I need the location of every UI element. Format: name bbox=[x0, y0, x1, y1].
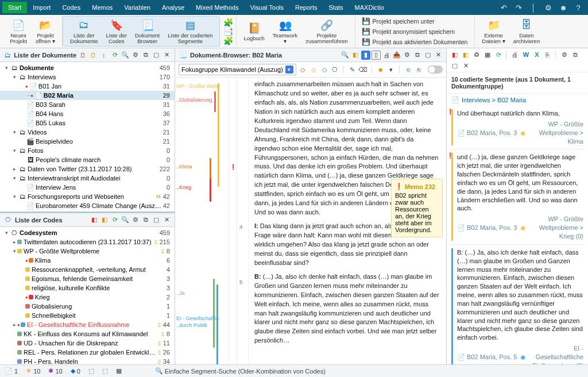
redo-icon[interactable]: ↷ bbox=[513, 2, 524, 13]
rt-window[interactable]: ⧉ bbox=[571, 50, 580, 59]
segment-code[interactable]: ◉WP - Größte Weltprobleme > Klima bbox=[520, 120, 583, 146]
code-node[interactable]: Globalisierung 1 bbox=[0, 302, 175, 311]
code-node[interactable]: ▸ ● EI - Gesellschaftliche Einflussnahme… bbox=[0, 320, 175, 329]
ct-2[interactable]: ◇ bbox=[309, 65, 318, 74]
print-icon[interactable]: 🖨 bbox=[382, 51, 391, 60]
doc-node[interactable]: 📄 Webseite Bundeszentrale für politische… bbox=[0, 210, 175, 211]
ribbon-projekt-anonymisiert-speichern[interactable]: 💾Projekt anonymisiert speichern bbox=[359, 26, 459, 37]
ribbon-mini-icon[interactable]: 📑 bbox=[223, 27, 233, 36]
undo-icon[interactable]: ↶ bbox=[498, 2, 509, 13]
doc-node[interactable]: ▾ 🗂 Dokumente 459 bbox=[0, 63, 175, 72]
ct-10[interactable]: ⎋ bbox=[415, 65, 423, 74]
segments-list[interactable]: ❗ Und überhaupt natürlich dann Klima, 📄B… bbox=[447, 106, 588, 364]
segment-code[interactable]: ◉WP - Größte Weltprobleme > Krieg (0) bbox=[520, 215, 583, 241]
ribbon-neues[interactable]: 📄Neues Projekt bbox=[6, 17, 31, 46]
doc-node[interactable]: ▾ 🗂 Fotos 0 bbox=[0, 146, 175, 155]
ct-9[interactable]: ⎋ bbox=[404, 65, 413, 74]
menu-tab-visual tools[interactable]: Visual Tools bbox=[245, 2, 289, 13]
expand-icon[interactable]: ▾ bbox=[11, 194, 17, 199]
memo-popup[interactable]: ❗Memo 232 B02 spricht zwar auch Ressourc… bbox=[391, 179, 443, 237]
ribbon-externe[interactable]: 📁Externe Dateien ▾ bbox=[478, 17, 508, 46]
doc-node[interactable]: 📄 B03 Sarah 31 bbox=[0, 100, 175, 109]
strip-label[interactable]: EI - Gesellschaftlic bbox=[176, 316, 219, 321]
rt-html[interactable]: ⎘ bbox=[543, 50, 552, 59]
strip-label[interactable]: ..Krieg bbox=[176, 184, 191, 190]
menu-tab-import[interactable]: Import bbox=[27, 2, 56, 13]
menu-tab-maxdictio[interactable]: MAXDictio bbox=[349, 2, 390, 13]
export-icon[interactable]: 📤 bbox=[392, 51, 401, 60]
strip-bar[interactable] bbox=[210, 179, 211, 202]
strip-bar[interactable] bbox=[213, 279, 215, 348]
code-node[interactable]: religiöse, kulturelle Konflikte 3 bbox=[0, 283, 175, 293]
ribbon-projekte[interactable]: 🔗Projekte zusammenführen bbox=[302, 17, 351, 46]
toggle1-icon[interactable]: ▮ bbox=[361, 51, 370, 60]
memo-icon[interactable]: ▯ bbox=[158, 340, 161, 346]
ct-4[interactable]: ⎔ bbox=[331, 65, 339, 74]
refresh-icon[interactable]: ⟳ bbox=[110, 51, 119, 60]
strip-label[interactable]: ..Globalisierung bbox=[176, 97, 212, 103]
segment-source[interactable]: 📄B02 Maria, Pos. 3 bbox=[457, 215, 517, 241]
close-icon[interactable]: ✕ bbox=[434, 51, 443, 60]
doc-tool-1[interactable]: 🗋 bbox=[79, 51, 87, 60]
expand-icon[interactable]: ▾ bbox=[3, 230, 9, 236]
search-icon[interactable]: 🔍 bbox=[121, 216, 130, 225]
ribbon-projekt[interactable]: 📂Projekt öffnen ▾ bbox=[32, 17, 59, 46]
doc-node[interactable]: ▸ 🗂 Daten von Twitter (23.11.2017 10:28)… bbox=[0, 164, 175, 174]
rt-close[interactable]: ✕ bbox=[461, 61, 470, 70]
expand-icon[interactable]: ▸ bbox=[11, 239, 17, 245]
doc-tool-3[interactable]: ↕ bbox=[100, 51, 108, 60]
ribbon-mini-icon[interactable]: 🧩 bbox=[223, 36, 233, 45]
menu-tab-memos[interactable]: Memos bbox=[86, 2, 118, 13]
ribbon-dokument[interactable]: 📃Dokument Browser bbox=[131, 17, 163, 46]
rt-5[interactable]: ⟳ bbox=[494, 50, 503, 59]
expand-icon[interactable]: ▾ bbox=[11, 248, 17, 254]
rt-word[interactable]: W bbox=[521, 50, 531, 59]
refresh-icon[interactable]: ⟳ bbox=[110, 216, 119, 225]
ribbon-daten[interactable]: 🗄Daten archivieren bbox=[510, 17, 543, 46]
rt-1[interactable]: ◧ bbox=[450, 50, 459, 59]
doc-node[interactable]: 📄 Interview Jens 0 bbox=[0, 183, 175, 192]
strip-label[interactable]: ..Klima bbox=[176, 164, 192, 170]
close-icon[interactable]: ✕ bbox=[162, 216, 171, 225]
expand-icon[interactable]: ▾ bbox=[11, 175, 17, 181]
doc-node[interactable]: 📄 B04 Hans 36 bbox=[0, 109, 175, 118]
smiley-icon[interactable]: ☻ bbox=[558, 2, 568, 13]
ribbon-projekt-speichern-unter[interactable]: 💾Projekt speichern unter bbox=[359, 16, 438, 26]
memo-marker-icon[interactable]: ❗ bbox=[230, 164, 237, 170]
ribbon-liste-der-codierten[interactable]: ▤Liste der codierten Segmente bbox=[164, 17, 216, 46]
memo-icon[interactable]: ▯ bbox=[158, 349, 161, 355]
rt-max[interactable]: ▢ bbox=[450, 61, 459, 70]
menu-tab-reports[interactable]: Reports bbox=[289, 2, 323, 13]
code-node[interactable]: Schnelllebigkeit 1 bbox=[0, 311, 175, 320]
search-icon[interactable]: 🔍 bbox=[341, 51, 350, 60]
doc-node[interactable]: 🖼 People's climate march 0 bbox=[0, 155, 175, 164]
strip-bar[interactable] bbox=[216, 284, 218, 364]
status-icon-b[interactable]: ⬚ bbox=[102, 367, 108, 375]
menu-tab-mixed methods[interactable]: Mixed Methods bbox=[190, 2, 245, 13]
toggle2-icon[interactable]: ▯ bbox=[372, 51, 381, 60]
rt-4[interactable]: ▦ bbox=[483, 50, 492, 59]
code-strip[interactable]: WP - Größte Weltp..Globalisierung..Klima… bbox=[175, 78, 229, 364]
memo-icon[interactable]: ▯ bbox=[154, 239, 157, 245]
document-select[interactable]: Fokusgruppe Klimawandel (Auszug) ▾ bbox=[179, 64, 296, 75]
ct-7[interactable]: ☻ bbox=[376, 65, 385, 74]
code-tool-2[interactable]: ◧ bbox=[100, 216, 109, 225]
code-node[interactable]: ● Krieg 2 bbox=[0, 293, 175, 302]
memo-icon[interactable]: ▯ bbox=[161, 248, 164, 254]
memo-icon[interactable]: ▯ bbox=[158, 359, 161, 364]
memo-icon[interactable]: ▯ bbox=[158, 322, 161, 328]
expand-icon[interactable]: ▸ bbox=[11, 166, 17, 172]
ct-6[interactable]: ⌫ bbox=[358, 65, 368, 74]
code-node[interactable]: ● Klima 6 bbox=[0, 256, 175, 265]
search-icon[interactable]: 🔍 bbox=[121, 51, 130, 60]
codes-tree[interactable]: ▾ ⎔ Codesystem 459 ▸ Twitterdaten autoco… bbox=[0, 227, 175, 364]
segment[interactable]: ❗ Und überhaupt natürlich dann Klima, 📄B… bbox=[450, 106, 585, 149]
menu-tab-start[interactable]: Start bbox=[2, 2, 27, 13]
rt-3[interactable]: ♻ bbox=[472, 50, 481, 59]
strip-bar[interactable] bbox=[218, 83, 219, 187]
code-node[interactable]: PH - Pers. Handeln ▯ 34 bbox=[0, 357, 175, 364]
segment[interactable]: ❗ und (…) ja, diese ganzen Geldkriege sa… bbox=[450, 149, 585, 244]
memo-icon[interactable]: M bbox=[156, 194, 161, 199]
expand-icon[interactable]: ▾ bbox=[11, 148, 17, 153]
ribbon-liste-der[interactable]: 🔖Liste der Codes bbox=[102, 17, 130, 46]
